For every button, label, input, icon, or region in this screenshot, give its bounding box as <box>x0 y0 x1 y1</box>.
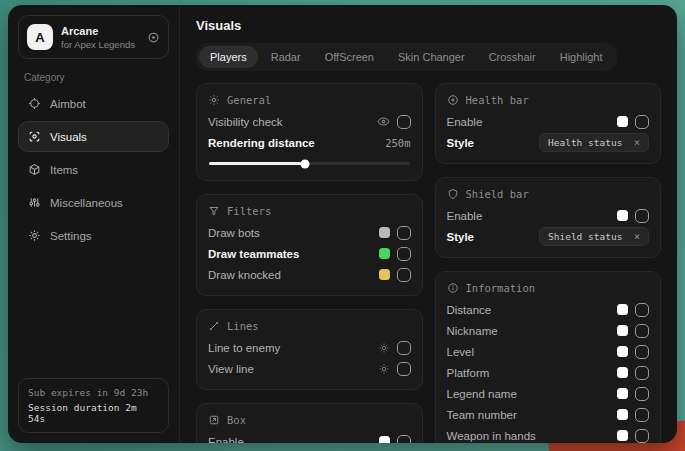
checkbox[interactable] <box>397 115 411 129</box>
setting-row-health-style: Style Health status × <box>447 132 650 153</box>
color-swatch[interactable] <box>617 304 628 315</box>
sidebar-item-visuals[interactable]: Visuals <box>18 121 169 152</box>
session-duration: Session duration 2m 54s <box>28 402 159 424</box>
card-title: General <box>227 94 271 106</box>
checkbox[interactable] <box>397 341 411 355</box>
row-label: Visibility check <box>208 116 283 128</box>
setting-row-platform: Platform <box>447 362 650 383</box>
setting-row-shield-style: Style Shield status × <box>447 226 650 247</box>
checkbox[interactable] <box>397 226 411 240</box>
checkbox[interactable] <box>635 366 649 380</box>
setting-row-level: Level <box>447 341 650 362</box>
row-label: Draw bots <box>208 227 260 239</box>
gear-icon[interactable] <box>378 363 390 375</box>
row-label: Enable <box>447 116 483 128</box>
sidebar-item-miscellaneous[interactable]: Miscellaneous <box>18 187 169 218</box>
health-bar-card-header: Health bar <box>447 94 650 106</box>
tab-highlight[interactable]: Highlight <box>549 46 614 68</box>
card-title: Box <box>227 414 246 426</box>
sidebar: A Arcane for Apex Legends Category Aimbo… <box>8 5 180 443</box>
health-plus-icon <box>447 94 459 106</box>
app-window: A Arcane for Apex Legends Category Aimbo… <box>8 5 677 443</box>
card-title: Shield bar <box>466 188 529 200</box>
close-icon[interactable]: × <box>634 231 640 242</box>
setting-row-draw-knocked: Draw knocked <box>208 264 411 285</box>
style-select-shield[interactable]: Shield status × <box>539 227 649 246</box>
sidebar-item-label: Settings <box>50 230 92 242</box>
slider-value: 250m <box>385 137 410 149</box>
target-icon[interactable] <box>147 31 160 44</box>
checkbox[interactable] <box>397 435 411 444</box>
gear-icon <box>28 229 41 242</box>
lines-card-header: Lines <box>208 320 411 332</box>
sidebar-item-label: Items <box>50 164 78 176</box>
page-title: Visuals <box>196 18 661 33</box>
close-icon[interactable]: × <box>634 137 640 148</box>
color-swatch[interactable] <box>617 430 628 441</box>
crosshair-scan-icon <box>28 97 41 110</box>
sliders-icon <box>28 196 41 209</box>
shield-bar-card-header: Shield bar <box>447 188 650 200</box>
row-label: Weapon in hands <box>447 430 536 442</box>
row-label: Draw teammates <box>208 248 299 260</box>
checkbox[interactable] <box>635 429 649 443</box>
checkbox[interactable] <box>635 209 649 223</box>
information-card: Information Distance Nickname <box>435 271 662 443</box>
color-swatch[interactable] <box>617 116 628 127</box>
color-swatch[interactable] <box>617 388 628 399</box>
color-swatch[interactable] <box>617 325 628 336</box>
tab-players[interactable]: Players <box>199 46 258 68</box>
sidebar-item-items[interactable]: Items <box>18 154 169 185</box>
sidebar-item-aimbot[interactable]: Aimbot <box>18 88 169 119</box>
rendering-distance-slider[interactable] <box>209 162 410 165</box>
style-select-health[interactable]: Health status × <box>539 133 649 152</box>
checkbox[interactable] <box>635 408 649 422</box>
color-swatch[interactable] <box>379 248 390 259</box>
main-panel: Visuals Players Radar OffScreen Skin Cha… <box>180 5 677 443</box>
row-label: Enable <box>447 210 483 222</box>
color-swatch[interactable] <box>379 436 390 443</box>
box-card: Box Enable Enable background <box>196 403 423 443</box>
setting-row-draw-bots: Draw bots <box>208 222 411 243</box>
tab-bar: Players Radar OffScreen Skin Changer Cro… <box>196 43 617 71</box>
checkbox[interactable] <box>397 268 411 282</box>
color-swatch[interactable] <box>379 269 390 280</box>
eye-icon[interactable] <box>377 115 390 128</box>
tab-skin-changer[interactable]: Skin Changer <box>387 46 476 68</box>
app-header-texts: Arcane for Apex Legends <box>61 25 139 50</box>
checkbox[interactable] <box>635 115 649 129</box>
setting-row-view-line: View line <box>208 358 411 379</box>
checkbox[interactable] <box>635 303 649 317</box>
checkbox[interactable] <box>635 324 649 338</box>
row-label: Line to enemy <box>208 342 280 354</box>
slider-handle[interactable] <box>301 159 310 168</box>
row-label: Legend name <box>447 388 517 400</box>
color-swatch[interactable] <box>617 346 628 357</box>
color-swatch[interactable] <box>617 210 628 221</box>
checkbox[interactable] <box>635 387 649 401</box>
row-label: Level <box>447 346 475 358</box>
setting-row-nickname: Nickname <box>447 320 650 341</box>
row-label: Style <box>447 137 475 149</box>
information-card-header: Information <box>447 282 650 294</box>
card-title: Information <box>466 282 536 294</box>
color-swatch[interactable] <box>379 227 390 238</box>
checkbox[interactable] <box>635 345 649 359</box>
gear-icon[interactable] <box>378 342 390 354</box>
row-label: Style <box>447 231 475 243</box>
diagonal-line-icon <box>208 320 220 332</box>
tab-offscreen[interactable]: OffScreen <box>314 46 385 68</box>
left-column: General Visibility check <box>196 83 423 430</box>
checkbox[interactable] <box>397 247 411 261</box>
color-swatch[interactable] <box>617 367 628 378</box>
checkbox[interactable] <box>397 362 411 376</box>
row-label: Rendering distance <box>208 137 315 149</box>
tab-crosshair[interactable]: Crosshair <box>478 46 547 68</box>
card-title: Filters <box>227 205 271 217</box>
setting-row-draw-teammates: Draw teammates <box>208 243 411 264</box>
tab-radar[interactable]: Radar <box>260 46 312 68</box>
setting-row-health-enable: Enable <box>447 111 650 132</box>
info-icon <box>447 282 459 294</box>
sidebar-item-settings[interactable]: Settings <box>18 220 169 251</box>
color-swatch[interactable] <box>617 409 628 420</box>
